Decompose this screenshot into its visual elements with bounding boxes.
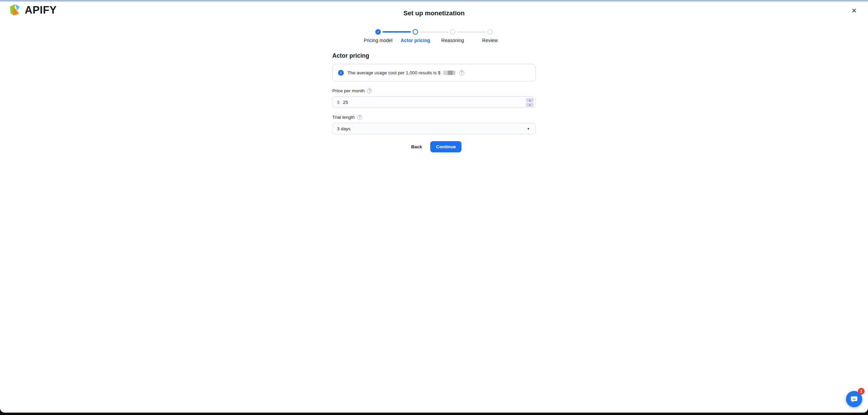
stepper: ✓ Pricing model Actor pricing Reasoning … — [359, 29, 509, 43]
step-label: Actor pricing — [400, 38, 430, 43]
arrow-down-icon: ▾ — [529, 104, 531, 106]
step-label: Pricing model — [364, 38, 393, 43]
increment-button[interactable]: ▴ — [526, 98, 534, 102]
help-icon[interactable]: ? — [459, 70, 464, 75]
trial-length-select[interactable]: 3 days ▾ — [332, 123, 536, 134]
info-icon-glyph: i — [340, 71, 341, 75]
help-icon-glyph: ? — [369, 89, 371, 93]
trial-length-label: Trial length — [332, 115, 355, 120]
info-banner-text: The average usage cost per 1,000 results… — [348, 70, 440, 75]
step-completed-dot: ✓ — [375, 29, 381, 35]
chat-launcher[interactable]: 1 — [846, 391, 862, 407]
step-label: Review — [482, 38, 498, 43]
close-button[interactable]: ✕ — [851, 7, 857, 15]
check-icon: ✓ — [377, 31, 379, 34]
arrow-up-icon: ▴ — [529, 99, 531, 101]
apify-logo: APIFY — [8, 3, 57, 17]
monetization-window: APIFY ✕ Set up monetization ✓ Pricing mo… — [0, 0, 868, 413]
currency-prefix: $ — [337, 100, 340, 105]
step-label: Reasoning — [441, 38, 464, 43]
step-upcoming-dot — [487, 29, 493, 35]
help-icon-glyph: ? — [460, 71, 462, 74]
number-stepper: ▴ ▾ — [526, 98, 534, 107]
step-active-dot — [413, 29, 418, 35]
messenger-icon — [850, 395, 859, 403]
modal-title: Set up monetization — [332, 10, 536, 17]
price-input-wrap: $ ▴ ▾ — [332, 96, 536, 108]
info-icon: i — [338, 70, 344, 76]
step-upcoming-dot — [450, 29, 455, 35]
price-per-month-field: Price per month ? $ ▴ ▾ — [332, 88, 536, 108]
masked-value — [443, 71, 455, 75]
info-banner: i The average usage cost per 1,000 resul… — [332, 64, 536, 81]
close-icon: ✕ — [851, 7, 857, 14]
action-row: Back Continue — [332, 141, 536, 152]
help-icon-glyph: ? — [359, 116, 361, 119]
apify-logo-icon — [8, 3, 22, 17]
select-value: 3 days — [337, 126, 351, 131]
help-icon[interactable]: ? — [367, 88, 372, 93]
section-title: Actor pricing — [332, 52, 536, 59]
brand-wordmark: APIFY — [25, 4, 57, 16]
help-icon[interactable]: ? — [357, 115, 362, 120]
continue-button[interactable]: Continue — [430, 141, 462, 152]
price-input[interactable] — [343, 100, 516, 105]
modal-content: Set up monetization ✓ Pricing model Acto… — [332, 2, 536, 152]
chat-badge: 1 — [858, 388, 865, 395]
back-button[interactable]: Back — [407, 141, 427, 152]
decrement-button[interactable]: ▾ — [526, 103, 534, 107]
trial-length-field: Trial length ? 3 days ▾ — [332, 115, 536, 134]
price-per-month-label: Price per month — [332, 88, 364, 93]
chevron-down-icon: ▾ — [527, 127, 529, 131]
step-review[interactable]: Review — [471, 29, 509, 43]
